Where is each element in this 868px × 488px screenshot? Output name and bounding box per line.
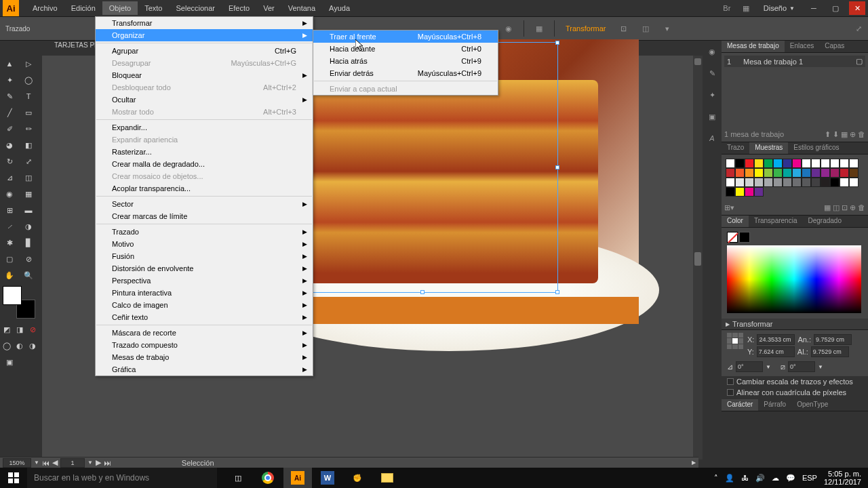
swatch[interactable] [792,168,802,178]
fill-stroke-swatch[interactable] [3,286,35,319]
artboard-row[interactable]: 1 Mesa de trabajo 1 ▢ [724,56,865,67]
x-input[interactable] [757,334,795,345]
menuitem-gr-fica[interactable]: Gráfica▶ [96,363,313,375]
swatch[interactable] [849,168,859,178]
close-button[interactable]: ✕ [849,1,865,15]
explorer-icon[interactable] [373,468,401,488]
mesh-tool[interactable]: ⊞ [0,202,19,218]
first-page-icon[interactable]: ⏮ [42,459,50,467]
swatch[interactable] [754,159,764,168]
swatch[interactable] [764,159,773,168]
swatch[interactable] [726,168,735,178]
tray-cloud-icon[interactable]: ☁ [772,474,779,483]
color-guide-icon[interactable]: ◉ [703,41,722,62]
tab-opentype[interactable]: OpenType [791,399,833,411]
swatch-controls[interactable]: ▦ ◫ ⊡ ⊕ 🗑 [824,203,865,212]
line-tool[interactable]: ╱ [0,104,19,121]
symbols-icon[interactable]: ✦ [703,84,722,106]
swatch[interactable] [754,187,764,197]
submenuitem-traer-al-frente[interactable]: Traer al frenteMayúsculas+Ctrl+8 [313,30,498,43]
blend-tool[interactable]: ◑ [19,218,38,235]
magic-wand-tool[interactable]: ✦ [0,72,19,88]
menu-ventana[interactable]: Ventana [281,1,322,15]
gradient-tool[interactable]: ▬ [19,202,38,218]
blob-brush-tool[interactable]: ◕ [0,137,19,153]
rotate-input[interactable] [736,361,763,372]
selection-tool[interactable]: ▲ [0,56,19,72]
swatch[interactable] [811,168,821,178]
appearance-icon[interactable]: ▣ [703,106,722,127]
menuitem-organizar[interactable]: Organizar▶ [96,29,313,41]
start-button[interactable] [0,468,27,488]
page-dropdown-icon[interactable]: ▼ [87,460,93,466]
swatch[interactable] [764,168,773,178]
tray-network-icon[interactable]: 🖧 [741,474,749,482]
graph-tool[interactable]: ▊ [19,235,38,251]
minimize-button[interactable]: ─ [806,1,822,15]
hand-tool[interactable]: ✋ [0,267,19,283]
pencil-tool[interactable]: ✏ [19,121,38,137]
swatch[interactable] [783,159,792,168]
submenuitem-hacia-delante[interactable]: Hacia delanteCtrl+0 [313,43,498,55]
menuitem-mesas-de-trabajo[interactable]: Mesas de trabajo▶ [96,351,313,363]
perspective-tool[interactable]: ▦ [19,186,38,202]
swatch[interactable] [764,178,773,187]
menuitem-rasterizar-[interactable]: Rasterizar... [96,146,313,158]
menuitem-distorsi-n-de-envolvente[interactable]: Distorsión de envolvente▶ [96,262,313,274]
swatch[interactable] [821,178,830,187]
rotate-tool[interactable]: ↻ [0,153,19,169]
width-tool[interactable]: ⊿ [0,169,19,186]
shear-input[interactable] [788,361,815,372]
swatch[interactable] [783,178,792,187]
swatch[interactable] [735,178,745,187]
swatch[interactable] [830,159,840,168]
bridge-icon[interactable]: Br [720,1,734,15]
maximize-button[interactable]: ▢ [827,1,844,15]
draw-normal[interactable]: ◯ [0,338,13,354]
artboard-controls[interactable]: ⬆ ⬇ ▦ ⊕ 🗑 [825,130,865,139]
prev-page-icon[interactable]: ◀ [52,458,58,467]
color-mode[interactable]: ◩ [0,321,13,338]
workspace-selector[interactable]: Diseño ▼ [758,3,800,14]
paintbrush-tool[interactable]: ✐ [0,121,19,137]
swatch[interactable] [773,178,783,187]
swatch[interactable] [849,178,859,187]
tab-color[interactable]: Color [722,216,749,227]
more-icon[interactable]: ▾ [660,22,674,35]
menuitem-perspectiva[interactable]: Perspectiva▶ [96,274,313,287]
tab-character[interactable]: Carácter [722,399,758,411]
tab-layers[interactable]: Capas [819,41,850,52]
vertical-scrollbar[interactable] [693,56,703,460]
menuitem-calco-de-imagen[interactable]: Calco de imagen▶ [96,299,313,311]
swatch[interactable] [840,168,849,178]
menuitem-acoplar-transparencia-[interactable]: Acoplar transparencia... [96,182,313,195]
tab-stroke[interactable]: Trazo [722,142,749,154]
taskbar-search[interactable]: Buscar en la web y en Windows [27,468,217,488]
swatch[interactable] [726,187,735,197]
menu-ayuda[interactable]: Ayuda [322,1,357,15]
gradient-mode[interactable]: ◨ [13,321,26,338]
illustrator-icon[interactable]: Ai [283,468,312,488]
swatch-libs-icon[interactable]: ⊞▾ [724,203,734,212]
draw-inside[interactable]: ◑ [26,338,39,354]
swatches-grid[interactable] [724,157,867,198]
tab-paragraph[interactable]: Párrafo [758,399,791,411]
submenuitem-enviar-detr-s[interactable]: Enviar detrásMayúsculas+Ctrl+9 [313,67,498,79]
draw-behind[interactable]: ◐ [13,338,26,354]
swatch[interactable] [773,168,783,178]
menuitem-expandir-[interactable]: Expandir... [96,121,313,134]
menuitem-ocultar[interactable]: Ocultar▶ [96,94,313,106]
swatch[interactable] [735,159,745,168]
expand-panel-icon[interactable]: ⤢ [852,22,865,35]
menuitem-sector[interactable]: Sector▶ [96,198,313,210]
zoom-input[interactable] [3,458,31,468]
swatch[interactable] [821,159,830,168]
menuitem-crear-marcas-de-l-mite[interactable]: Crear marcas de límite [96,210,313,222]
swatch[interactable] [754,168,764,178]
swatch[interactable] [783,168,792,178]
tray-clock[interactable]: 5:05 p. m. 12/11/2017 [824,470,861,486]
tab-artboards[interactable]: Mesas de trabajo [722,41,785,52]
menu-efecto[interactable]: Efecto [222,1,256,15]
swatch[interactable] [773,159,783,168]
symbol-sprayer-tool[interactable]: ✱ [0,235,19,251]
